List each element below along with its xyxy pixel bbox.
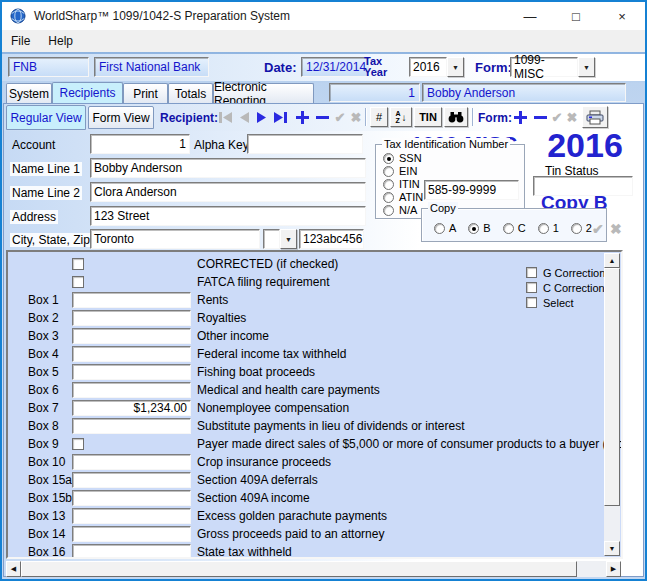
sort-by-tin-button[interactable]: TIN [414, 107, 442, 127]
tab-totals[interactable]: Totals [168, 83, 213, 103]
na-radio[interactable] [383, 205, 394, 216]
box-checkbox[interactable] [72, 438, 84, 450]
box-label: Box 15a [28, 473, 72, 487]
box-field[interactable] [72, 382, 191, 398]
find-icon[interactable] [444, 107, 468, 127]
box-field[interactable] [72, 328, 191, 344]
scroll-left-icon[interactable]: ◀ [6, 561, 21, 577]
main-tabs: System Recipients Print Totals Electroni… [2, 82, 645, 103]
account-field[interactable]: 1 [90, 134, 190, 154]
last-record-icon[interactable] [272, 111, 288, 123]
vertical-scroll-track[interactable] [604, 268, 620, 541]
minimize-button[interactable]: — [507, 2, 553, 30]
horizontal-scroll-thumb[interactable] [21, 561, 577, 577]
box-field[interactable] [72, 346, 191, 362]
tab-form-view[interactable]: Form View [88, 106, 154, 129]
tab-regular-view[interactable]: Regular View [6, 105, 86, 130]
zip-field[interactable]: 123abc456 [299, 229, 364, 249]
c-correction-checkbox[interactable] [526, 282, 537, 293]
form-select[interactable]: 1099-MISC ▼ [510, 57, 595, 77]
tab-system[interactable]: System [6, 83, 52, 103]
cancel-form-icon[interactable]: ✖ [564, 111, 580, 123]
print-icon[interactable] [582, 106, 608, 128]
horizontal-scroll-track[interactable] [21, 561, 606, 577]
copy-c-radio[interactable] [503, 223, 514, 234]
payer-name-field[interactable]: First National Bank [94, 57, 209, 77]
delete-form-icon[interactable] [532, 111, 548, 123]
fatca-checkbox[interactable] [72, 276, 84, 288]
copy-1-radio[interactable] [538, 223, 549, 234]
box-label: Box 7 [28, 401, 72, 415]
box-field[interactable] [72, 310, 191, 326]
state-select[interactable]: ▼ [263, 229, 297, 249]
confirm-copy-icon[interactable]: ✔ [592, 221, 604, 237]
horizontal-scrollbar[interactable]: ◀ ▶ [6, 561, 621, 577]
menu-help[interactable]: Help [39, 30, 82, 52]
box-label: Box 4 [28, 347, 72, 361]
box-field[interactable] [72, 544, 191, 559]
maximize-button[interactable]: □ [553, 2, 599, 30]
date-field[interactable]: 12/31/2014 [301, 57, 370, 77]
tab-recipients[interactable]: Recipients [52, 82, 123, 103]
box-row: Box 2Royalties [8, 309, 621, 327]
confirm-form-icon[interactable]: ✔ [549, 111, 565, 123]
alpha-key-field[interactable] [247, 134, 363, 154]
account-label: Account [12, 138, 55, 152]
box-field[interactable] [72, 490, 191, 506]
next-record-icon[interactable] [254, 111, 270, 123]
name-line1-field[interactable]: Bobby Anderson [90, 158, 366, 178]
name-line2-field[interactable]: Clora Anderson [90, 182, 366, 202]
scroll-right-icon[interactable]: ▶ [606, 561, 621, 577]
ssn-radio-label: SSN [399, 152, 422, 164]
scroll-up-icon[interactable]: ▲ [604, 253, 620, 268]
box-field[interactable] [72, 508, 191, 524]
itin-radio[interactable] [383, 179, 394, 190]
vertical-scrollbar[interactable]: ▲ ▼ [604, 253, 620, 556]
scroll-down-icon[interactable]: ▼ [604, 541, 620, 556]
vertical-scroll-thumb[interactable] [604, 268, 620, 506]
chevron-down-icon[interactable]: ▼ [447, 57, 464, 77]
previous-record-icon[interactable] [236, 111, 252, 123]
select-checkbox[interactable] [526, 297, 537, 308]
sort-by-number-button[interactable]: # [370, 107, 388, 127]
chevron-down-icon[interactable]: ▼ [578, 57, 595, 77]
ssn-radio[interactable] [383, 153, 394, 164]
box-field[interactable] [72, 526, 191, 542]
cancel-recipient-icon[interactable]: ✖ [348, 111, 364, 123]
corrected-checkbox[interactable] [72, 258, 84, 270]
delete-recipient-icon[interactable] [314, 111, 330, 123]
copy-2-radio[interactable] [571, 223, 582, 234]
add-form-icon[interactable] [512, 111, 528, 123]
box-field[interactable] [72, 418, 191, 434]
tab-print[interactable]: Print [123, 83, 168, 103]
address-field[interactable]: 123 Street [90, 206, 366, 226]
sort-alpha-icon[interactable]: AZ ↓ [390, 107, 412, 127]
city-field[interactable]: Toronto [90, 229, 260, 249]
ein-radio[interactable] [383, 166, 394, 177]
recipient-name-field[interactable]: Bobby Anderson [422, 83, 626, 102]
tab-electronic-reporting[interactable]: Electronic Reporting [213, 83, 314, 103]
name-line2-label: Name Line 2 [10, 186, 82, 200]
tax-year-select[interactable]: 2016 ▼ [409, 57, 464, 77]
close-button[interactable]: × [599, 2, 645, 30]
box-label: Box 6 [28, 383, 72, 397]
menu-file[interactable]: File [2, 30, 39, 52]
confirm-recipient-icon[interactable]: ✔ [332, 111, 348, 123]
box-desc: State tax withheld [197, 545, 292, 559]
box-field[interactable] [72, 454, 191, 470]
g-correction-checkbox[interactable] [526, 267, 537, 278]
tin-field[interactable]: 585-99-9999 [424, 180, 519, 200]
first-record-icon[interactable] [218, 111, 234, 123]
payer-code-field[interactable]: FNB [8, 57, 89, 77]
recipient-number-field[interactable]: 1 [329, 83, 420, 102]
copy-b-radio[interactable] [468, 223, 479, 234]
chevron-down-icon[interactable]: ▼ [280, 229, 297, 249]
box-field[interactable] [72, 472, 191, 488]
cancel-copy-icon[interactable]: ✖ [610, 221, 622, 237]
box-field[interactable] [72, 292, 191, 308]
atin-radio[interactable] [383, 192, 394, 203]
box-field[interactable]: $1,234.00 [72, 400, 191, 416]
add-recipient-icon[interactable] [294, 111, 310, 123]
box-field[interactable] [72, 364, 191, 380]
copy-a-radio[interactable] [434, 223, 445, 234]
